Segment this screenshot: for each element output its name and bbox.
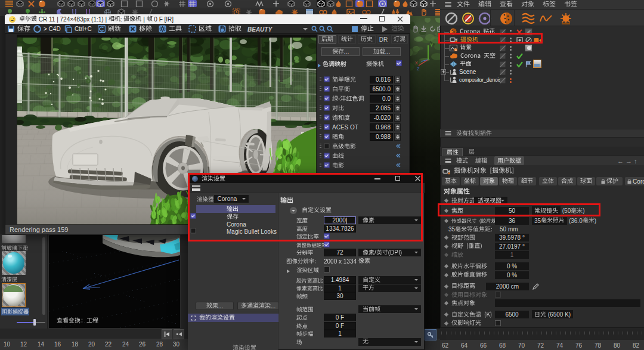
svg-text:X: X [415, 61, 418, 65]
svg-text:Y: Y [430, 42, 434, 48]
svg-text:Z: Z [417, 67, 420, 71]
